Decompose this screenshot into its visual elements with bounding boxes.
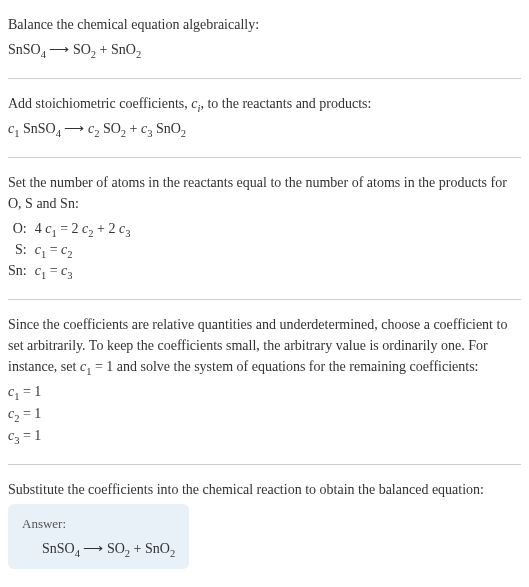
- eq-s: c1 = c2: [35, 239, 131, 260]
- section-solve: Since the coefficients are relative quan…: [8, 308, 521, 456]
- atom-balance-table: O: 4 c1 = 2 c2 + 2 c3 S: c1 = c2 Sn: c1 …: [8, 218, 130, 281]
- unbalanced-equation: SnSO4 ⟶ SO2 + SnO2: [8, 39, 521, 60]
- answer-box: Answer: SnSO4 ⟶ SO2 + SnO2: [8, 504, 189, 569]
- reactant-1: SnSO4: [8, 42, 46, 57]
- c1-value: c1 = 1: [8, 381, 521, 402]
- section-problem: Balance the chemical equation algebraica…: [8, 8, 521, 70]
- coefficient-solutions: c1 = 1 c2 = 1 c3 = 1: [8, 381, 521, 446]
- label-s: S:: [8, 239, 35, 260]
- answer-intro: Substitute the coefficients into the che…: [8, 479, 521, 500]
- equation-with-coeffs: c1 SnSO4 ⟶ c2 SO2 + c3 SnO2: [8, 118, 521, 139]
- c3-value: c3 = 1: [8, 425, 521, 446]
- solve-intro: Since the coefficients are relative quan…: [8, 314, 521, 377]
- balanced-equation: SnSO4 ⟶ SO2 + SnO2: [22, 538, 175, 559]
- row-sulfur: S: c1 = c2: [8, 239, 130, 260]
- product-2: SnO2: [111, 42, 141, 57]
- atom-balance-intro: Set the number of atoms in the reactants…: [8, 172, 521, 214]
- eq-sn: c1 = c3: [35, 260, 131, 281]
- divider: [8, 157, 521, 158]
- divider: [8, 78, 521, 79]
- section-answer: Substitute the coefficients into the che…: [8, 473, 521, 575]
- section-atom-balance: Set the number of atoms in the reactants…: [8, 166, 521, 291]
- plus: +: [96, 42, 111, 57]
- label-o: O:: [8, 218, 35, 239]
- row-tin: Sn: c1 = c3: [8, 260, 130, 281]
- coefficients-intro: Add stoichiometric coefficients, ci, to …: [8, 93, 521, 114]
- eq-o: 4 c1 = 2 c2 + 2 c3: [35, 218, 131, 239]
- divider: [8, 299, 521, 300]
- answer-label: Answer:: [22, 514, 175, 534]
- divider: [8, 464, 521, 465]
- row-oxygen: O: 4 c1 = 2 c2 + 2 c3: [8, 218, 130, 239]
- c2-value: c2 = 1: [8, 403, 521, 424]
- arrow: ⟶: [46, 42, 73, 57]
- label-sn: Sn:: [8, 260, 35, 281]
- section-coefficients: Add stoichiometric coefficients, ci, to …: [8, 87, 521, 149]
- problem-intro: Balance the chemical equation algebraica…: [8, 14, 521, 35]
- product-1: SO2: [73, 42, 96, 57]
